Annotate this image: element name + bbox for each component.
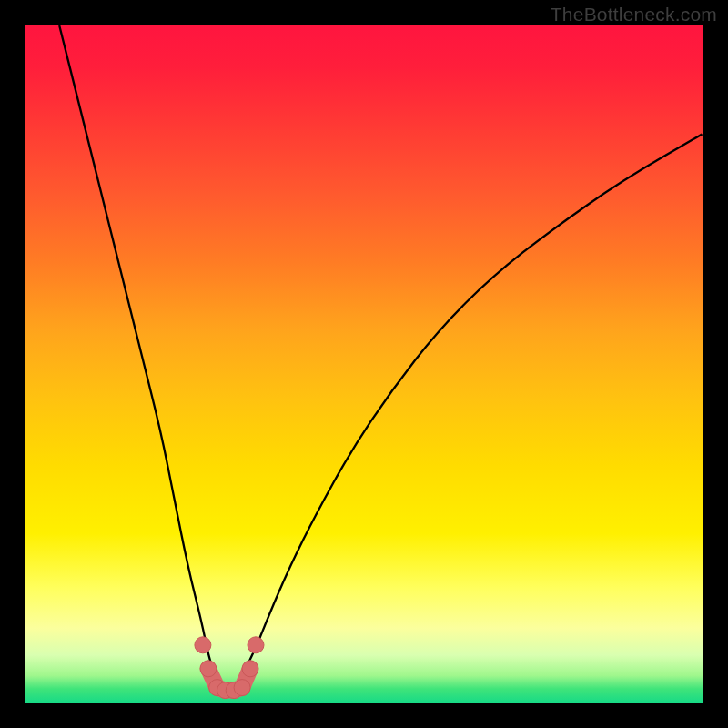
curve-right-branch bbox=[236, 134, 703, 689]
trough-marker bbox=[242, 661, 258, 677]
chart-frame: TheBottleneck.com bbox=[0, 0, 728, 728]
trough-marker bbox=[234, 680, 250, 696]
trough-marker bbox=[200, 661, 217, 677]
trough-marker bbox=[195, 637, 211, 653]
curve-left-branch bbox=[59, 25, 222, 689]
chart-svg bbox=[25, 25, 703, 703]
trough-marker bbox=[248, 637, 264, 653]
trough-marker-group bbox=[195, 637, 264, 699]
watermark-text: TheBottleneck.com bbox=[551, 4, 717, 25]
